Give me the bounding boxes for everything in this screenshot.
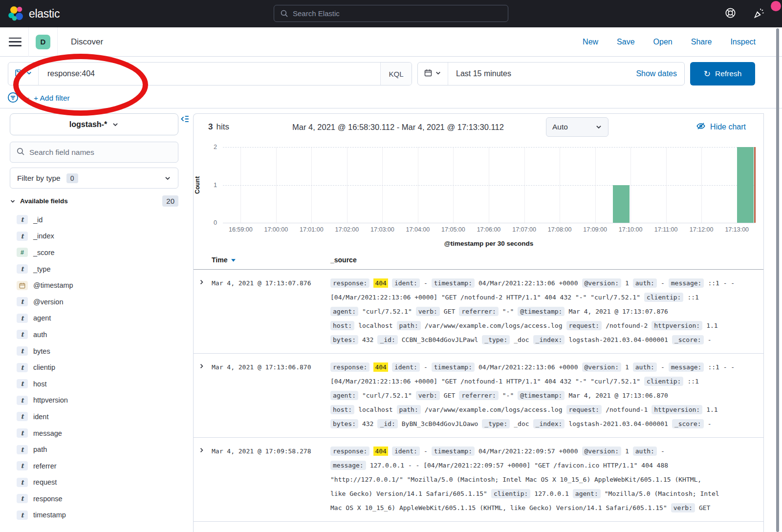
source-value: ::1 - - — [708, 279, 735, 287]
nav-action-open[interactable]: Open — [653, 38, 673, 46]
source-value: "-" — [502, 392, 514, 399]
doc-source: response:404ident:-timestamp:04/Mar/2021… — [330, 444, 756, 515]
highlighted-value: 404 — [373, 278, 388, 288]
menu-icon[interactable] — [9, 38, 22, 46]
saved-query-menu-button[interactable] — [8, 63, 39, 85]
discover-page: elastic D Discover NewSaveOpenShareInspe… — [0, 0, 782, 532]
brand-wordmark: elastic — [29, 7, 60, 21]
source-field-name: timestamp: — [432, 278, 475, 288]
interval-value: Auto — [552, 123, 568, 131]
field-item-_score[interactable]: #_score — [0, 244, 193, 261]
available-fields-header[interactable]: Available fields 20 — [10, 195, 178, 207]
chevron-down-icon — [595, 124, 602, 130]
nav-action-share[interactable]: Share — [691, 38, 712, 46]
source-value: - — [424, 279, 428, 287]
field-name: timestamp — [33, 511, 66, 519]
field-item-request[interactable]: trequest — [0, 474, 193, 491]
text-field-icon: t — [17, 232, 28, 241]
source-value: 04/Mar/2021:22:13:06 +0000 — [478, 279, 578, 287]
nav-action-inspect[interactable]: Inspect — [730, 38, 756, 46]
page-title: Discover — [71, 37, 103, 47]
header-icons — [725, 0, 765, 27]
global-search-box[interactable] — [274, 5, 508, 22]
filter-options-icon[interactable] — [7, 92, 19, 105]
field-item-host[interactable]: thost — [0, 376, 193, 392]
field-item-path[interactable]: tpath — [0, 441, 193, 458]
time-range-value[interactable]: Last 15 minutes — [448, 69, 636, 78]
source-value: - — [708, 336, 712, 343]
x-tick-label: 17:00:00 — [264, 226, 288, 233]
field-item-timestamp[interactable]: ttimestamp — [0, 507, 193, 524]
text-field-icon: t — [17, 379, 28, 388]
interval-select[interactable]: Auto — [546, 117, 608, 137]
source-field-name: auth: — [633, 362, 657, 372]
source-value: 04/Mar/2021:22:13:06 +0000 — [478, 363, 578, 371]
field-item-ident[interactable]: tident — [0, 408, 193, 425]
nav-action-new[interactable]: New — [583, 38, 598, 46]
show-dates-button[interactable]: Show dates — [636, 69, 684, 78]
add-filter-button[interactable]: + Add filter — [34, 94, 70, 103]
histogram-bar[interactable] — [737, 147, 754, 223]
source-value: - — [424, 447, 428, 455]
expand-row-button[interactable] — [198, 444, 212, 515]
x-tick-label: 17:07:00 — [512, 226, 536, 233]
expand-row-button[interactable] — [198, 276, 212, 347]
histogram-bar[interactable] — [613, 185, 630, 223]
field-item-bytes[interactable]: tbytes — [0, 343, 193, 360]
field-name: host — [33, 380, 46, 388]
source-line: agent:"curl/7.52.1"verb:GETreferrer:"-"@… — [330, 304, 756, 319]
page-scrollbar[interactable] — [776, 28, 779, 532]
source-field-name: verb: — [671, 503, 695, 512]
field-item-response[interactable]: tresponse — [0, 490, 193, 507]
field-name: _type — [33, 265, 50, 273]
field-item-_index[interactable]: t_index — [0, 228, 193, 245]
index-pattern-select[interactable]: logstash-* — [10, 113, 178, 135]
field-item-@timestamp[interactable]: @timestamp — [0, 277, 193, 294]
query-input[interactable] — [39, 69, 380, 78]
global-search-input[interactable] — [293, 9, 502, 18]
hide-chart-button[interactable]: Hide chart — [696, 114, 746, 140]
news-feed-icon[interactable] — [754, 7, 765, 21]
x-tick-label: 17:06:00 — [477, 226, 501, 233]
source-value: 127.0.0.1 — [534, 490, 568, 497]
source-value: [04/Mar/2021:22:13:06 +0000] "GET /notfo… — [330, 378, 640, 385]
field-list: t_idt_index#_scoret_type@timestampt@vers… — [0, 212, 193, 523]
filter-by-type-select[interactable]: Filter by type 0 — [10, 168, 178, 189]
time-column-label: Time — [212, 256, 227, 264]
field-item-agent[interactable]: tagent — [0, 310, 193, 327]
collapse-sidebar-icon[interactable] — [180, 114, 189, 126]
field-name: referrer — [33, 462, 57, 470]
chevron-down-icon — [112, 121, 119, 128]
field-item-referrer[interactable]: treferrer — [0, 458, 193, 474]
field-item-@version[interactable]: t@version — [0, 294, 193, 310]
help-icon[interactable] — [725, 7, 736, 21]
field-item-_id[interactable]: t_id — [0, 212, 193, 228]
app-badge[interactable]: D — [36, 35, 50, 49]
field-item-message[interactable]: tmessage — [0, 425, 193, 442]
field-search-input[interactable] — [29, 148, 172, 157]
query-language-button[interactable]: KQL — [380, 63, 412, 85]
time-column-header[interactable]: Time — [212, 256, 236, 264]
date-quick-menu-button[interactable] — [418, 63, 448, 85]
expand-row-button[interactable] — [198, 360, 212, 431]
refresh-button[interactable]: ↻ Refresh — [690, 62, 755, 85]
field-name: ident — [33, 413, 48, 421]
hits-count: 3 — [208, 122, 213, 132]
field-item-_type[interactable]: t_type — [0, 261, 193, 277]
source-line: [04/Mar/2021:22:13:06 +0000] "GET /notfo… — [330, 290, 756, 304]
field-item-httpversion[interactable]: thttpversion — [0, 392, 193, 409]
field-item-clientip[interactable]: tclientip — [0, 359, 193, 376]
source-value: 1 — [625, 363, 629, 371]
source-field-name: auth: — [633, 278, 657, 288]
field-name: message — [33, 429, 62, 437]
field-search-box[interactable] — [10, 142, 178, 163]
source-field-name: timestamp: — [432, 362, 475, 372]
nav-action-save[interactable]: Save — [617, 38, 634, 46]
source-field-name: _score: — [672, 335, 704, 344]
elastic-logo[interactable]: elastic — [0, 6, 60, 21]
gridline — [223, 147, 755, 148]
field-name: _score — [33, 249, 55, 256]
source-value: 04/Mar/2021:22:09:57 +0000 — [478, 447, 578, 455]
field-item-auth[interactable]: tauth — [0, 326, 193, 343]
source-value: /var/www/example.com/logs/access.log — [425, 322, 563, 329]
